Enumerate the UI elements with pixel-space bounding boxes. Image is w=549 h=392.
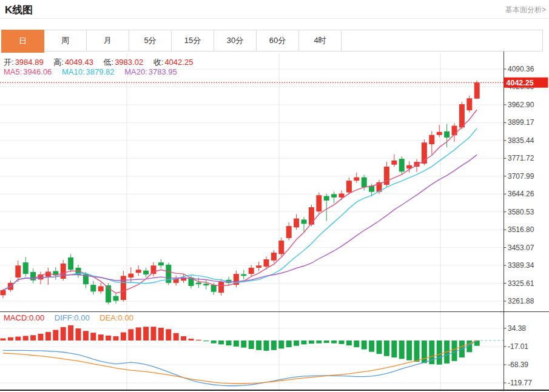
svg-text:3962.90: 3962.90 [508, 101, 534, 109]
tab-5min[interactable]: 5分 [129, 30, 172, 51]
ma20-label: MA20: [124, 67, 147, 76]
dea-label: DEA: [99, 313, 118, 322]
macd-histogram [1, 325, 480, 365]
svg-text:34.38: 34.38 [508, 324, 526, 333]
macd-value: 0.00 [29, 313, 44, 322]
period-tabbar: 日 周 月 5分 15分 30分 60分 4时 [1, 30, 543, 51]
low-label: 低: [104, 58, 114, 67]
dea_line [3, 341, 477, 384]
tab-4hour[interactable]: 4时 [299, 30, 342, 51]
tabbar-filler [342, 30, 542, 51]
ma5-value: 3946.06 [23, 67, 52, 76]
ma20-line [3, 154, 477, 290]
svg-text:3580.53: 3580.53 [508, 208, 534, 216]
diff-label: DIFF: [55, 313, 75, 322]
ma10-label: MA10: [62, 67, 85, 76]
ma-readout: MA5:3946.06 MA10:3879.82 MA20:3783.95 [4, 67, 177, 76]
macd-readout: MACD:0.00 DIFF:0.00 DEA:0.00 [4, 313, 133, 322]
svg-text:3325.61: 3325.61 [508, 279, 534, 288]
macd-label: MACD: [4, 313, 29, 322]
svg-text:-68.39: -68.39 [508, 360, 528, 369]
svg-text:3516.80: 3516.80 [508, 225, 534, 234]
svg-text:3261.88: 3261.88 [508, 297, 534, 305]
svg-text:-17.01: -17.01 [508, 342, 528, 351]
ma10-line [3, 128, 477, 290]
kline-page: 4090.364026.633962.903899.173835.443771.… [0, 0, 549, 392]
tab-week[interactable]: 周 [44, 30, 87, 51]
high-value: 4049.43 [65, 58, 93, 67]
low-value: 3983.02 [115, 58, 143, 67]
svg-text:3453.07: 3453.07 [508, 244, 534, 252]
open-label: 开: [4, 58, 14, 67]
ohlc-readout: 开:3984.89 高:4049.43 低:3983.02 收:4042.25 [4, 57, 193, 68]
svg-text:3835.44: 3835.44 [508, 136, 534, 145]
dea-value: 0.00 [118, 313, 133, 322]
tab-month[interactable]: 月 [87, 30, 129, 51]
fundamental-analysis-link[interactable]: 基本面分析> [505, 5, 546, 15]
tab-60min[interactable]: 60分 [257, 30, 299, 51]
ma5-label: MA5: [4, 67, 22, 76]
high-label: 高: [53, 58, 64, 67]
svg-text:4042.25: 4042.25 [507, 79, 534, 87]
page-title: K线图 [5, 3, 33, 17]
tab-15min[interactable]: 15分 [172, 30, 214, 51]
open-value: 3984.89 [15, 58, 44, 67]
title-divider [0, 18, 549, 19]
ma20-value: 3783.95 [149, 67, 177, 76]
svg-text:3771.72: 3771.72 [508, 154, 534, 162]
svg-text:-119.77: -119.77 [508, 379, 532, 387]
svg-text:3644.26: 3644.26 [508, 190, 534, 198]
svg-text:3389.34: 3389.34 [508, 261, 534, 270]
close-value: 4042.25 [164, 58, 193, 67]
diff-value: 0.00 [74, 313, 89, 322]
svg-text:3899.17: 3899.17 [508, 118, 534, 127]
svg-text:3707.99: 3707.99 [508, 172, 534, 181]
tab-30min[interactable]: 30分 [214, 30, 257, 51]
svg-text:4090.36: 4090.36 [508, 65, 534, 73]
close-label: 收: [153, 58, 164, 67]
ma10-value: 3879.82 [86, 67, 115, 76]
tab-day[interactable]: 日 [1, 30, 44, 53]
